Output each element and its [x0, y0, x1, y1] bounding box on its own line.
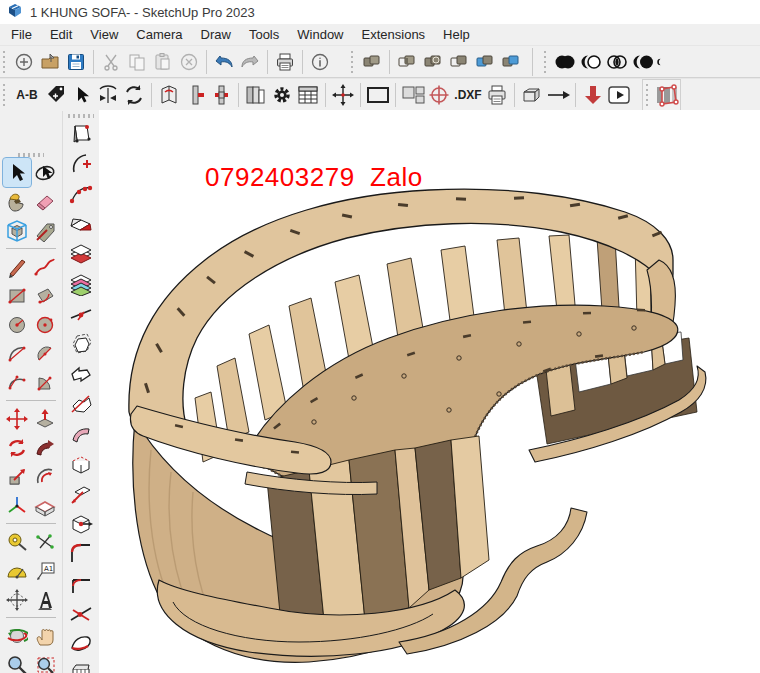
print-icon[interactable]: [272, 49, 298, 75]
new-icon[interactable]: [11, 49, 37, 75]
arc-icon[interactable]: [3, 339, 31, 368]
cage-box-icon[interactable]: [66, 659, 96, 673]
tag-plus-icon[interactable]: [43, 82, 69, 108]
text-icon[interactable]: A1: [31, 556, 59, 585]
flip-icon[interactable]: [95, 82, 121, 108]
download-red-icon[interactable]: [580, 82, 606, 108]
arc2-icon[interactable]: [3, 368, 31, 397]
shape-slash-icon[interactable]: [66, 389, 96, 419]
pie-icon[interactable]: [31, 339, 59, 368]
select-arrow-icon[interactable]: [69, 82, 95, 108]
menu-file[interactable]: File: [2, 25, 41, 44]
hexagon-dashed-icon[interactable]: [66, 329, 96, 359]
scale-icon[interactable]: [3, 462, 31, 491]
selection-grip[interactable]: [646, 84, 651, 106]
axes-compass-icon[interactable]: [3, 585, 31, 614]
venn-intersect-icon[interactable]: [604, 49, 630, 75]
box-dashed-icon[interactable]: [66, 449, 96, 479]
export-box-icon[interactable]: [519, 82, 545, 108]
select-tool-icon[interactable]: [3, 158, 31, 187]
orbit-select-icon[interactable]: [31, 158, 59, 187]
gear-icon[interactable]: [269, 82, 295, 108]
cross-point-icon[interactable]: [66, 599, 96, 629]
move-cross-icon[interactable]: [330, 82, 356, 108]
menu-camera[interactable]: Camera: [127, 25, 191, 44]
fillet-icon[interactable]: [66, 539, 96, 569]
play-icon[interactable]: [606, 82, 632, 108]
venn-subtract-icon[interactable]: [578, 49, 604, 75]
plugins-grip[interactable]: [3, 84, 8, 106]
note-pins-icon[interactable]: [66, 119, 96, 149]
line-point-icon[interactable]: [66, 299, 96, 329]
unfold-icon[interactable]: [156, 82, 182, 108]
push-pull-icon[interactable]: [31, 404, 59, 433]
axes-icon[interactable]: [3, 491, 31, 520]
nesting-icon[interactable]: [243, 82, 269, 108]
save-icon[interactable]: [63, 49, 89, 75]
venn-partial-icon[interactable]: [656, 49, 668, 75]
rotate-icon[interactable]: [3, 433, 31, 462]
layers-color-icon[interactable]: [66, 269, 96, 299]
toolbar-grip[interactable]: [3, 51, 8, 73]
pan-icon[interactable]: [31, 621, 59, 650]
line-pencil-icon[interactable]: [3, 252, 31, 281]
large-tool-set-grip[interactable]: [18, 153, 44, 157]
dimension-icon[interactable]: [31, 527, 59, 556]
tag-tool-icon[interactable]: [31, 216, 59, 245]
intersect-icon[interactable]: [394, 49, 420, 75]
orbit-icon[interactable]: [3, 621, 31, 650]
corner-icon[interactable]: [66, 569, 96, 599]
make-component-icon[interactable]: [3, 216, 31, 245]
venn-union-icon[interactable]: [552, 49, 578, 75]
tape-measure-icon[interactable]: [3, 527, 31, 556]
venn-toolbar-grip[interactable]: [544, 51, 549, 73]
solid-tools-grip[interactable]: [351, 51, 356, 73]
blob-edge-icon[interactable]: [66, 629, 96, 659]
cutlist-grid-icon[interactable]: [295, 82, 321, 108]
joint-mid-icon[interactable]: [208, 82, 234, 108]
section-plane-icon[interactable]: [31, 491, 59, 520]
paint-bucket-icon[interactable]: [3, 187, 31, 216]
zoom-icon[interactable]: [3, 650, 31, 673]
drawing-canvas[interactable]: 0792403279 Zalo: [99, 110, 760, 673]
layout-panels-icon[interactable]: [400, 82, 426, 108]
rotate-sync-icon[interactable]: [121, 82, 147, 108]
ab-tool[interactable]: A-B: [11, 82, 43, 108]
zoom-window-icon[interactable]: [31, 650, 59, 673]
rectangle-icon[interactable]: [3, 281, 31, 310]
box-point-icon[interactable]: [66, 509, 96, 539]
bezier-icon[interactable]: [66, 179, 96, 209]
menu-window[interactable]: Window: [288, 25, 352, 44]
follow-me-icon[interactable]: [31, 433, 59, 462]
pipe-icon[interactable]: [66, 419, 96, 449]
union-icon[interactable]: [420, 49, 446, 75]
menu-edit[interactable]: Edit: [41, 25, 81, 44]
polygon-select-icon[interactable]: [654, 82, 680, 108]
pie-filled-icon[interactable]: [31, 368, 59, 397]
open-icon[interactable]: [37, 49, 63, 75]
protractor-icon[interactable]: [3, 556, 31, 585]
layers-red-icon[interactable]: [66, 239, 96, 269]
paste-icon[interactable]: [150, 49, 176, 75]
menu-extensions[interactable]: Extensions: [353, 25, 435, 44]
venn-trim-icon[interactable]: [630, 49, 656, 75]
menu-view[interactable]: View: [81, 25, 127, 44]
print2-icon[interactable]: [484, 82, 510, 108]
outer-shell-icon[interactable]: [359, 49, 385, 75]
redo-icon[interactable]: [237, 49, 263, 75]
rectangle-tool-icon[interactable]: [365, 82, 391, 108]
arrow-shape-icon[interactable]: [66, 359, 96, 389]
knife-box-icon[interactable]: [66, 479, 96, 509]
delete-icon[interactable]: [176, 49, 202, 75]
move-icon[interactable]: [3, 404, 31, 433]
arc-plus-icon[interactable]: [66, 149, 96, 179]
undo-icon[interactable]: [211, 49, 237, 75]
subtract-icon[interactable]: [446, 49, 472, 75]
dxf-tool[interactable]: .DXF: [452, 82, 484, 108]
circle-icon[interactable]: [3, 310, 31, 339]
menu-help[interactable]: Help: [434, 25, 479, 44]
joint-left-icon[interactable]: [182, 82, 208, 108]
rotated-rectangle-icon[interactable]: [31, 281, 59, 310]
axes-target-icon[interactable]: [426, 82, 452, 108]
menu-tools[interactable]: Tools: [240, 25, 288, 44]
